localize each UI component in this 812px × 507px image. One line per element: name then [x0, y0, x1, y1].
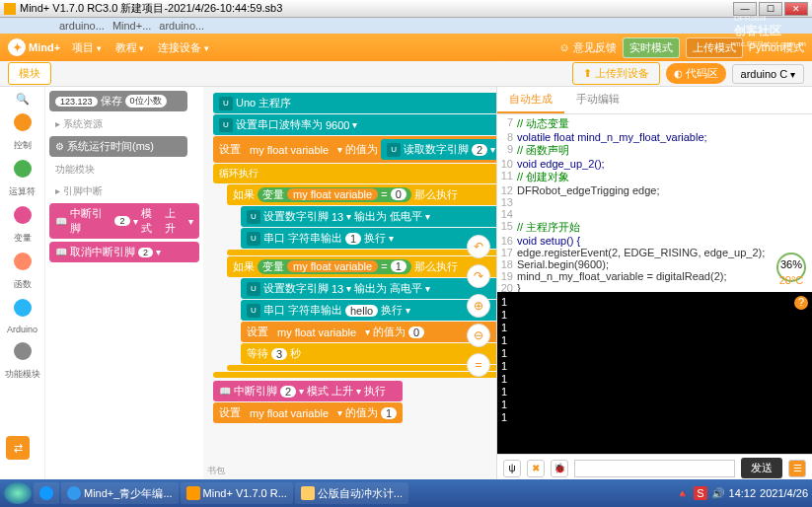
section-system[interactable]: ▸ 系统资源 — [49, 114, 199, 134]
tab-autogen[interactable]: 自动生成 — [497, 87, 564, 113]
extensions-button[interactable]: ⇄扩展 — [6, 436, 30, 460]
menu-connect[interactable]: 连接设备 — [158, 40, 209, 55]
block-template[interactable]: 123.123保存0位小数 — [49, 91, 187, 111]
code-view[interactable]: 36%20°C 7// 动态变量8volatile float mind_n_m… — [497, 114, 812, 292]
code-area-toggle[interactable]: ◐ 代码区 — [666, 63, 726, 84]
window-title: Mind+ V1.7.0 RC3.0 新建项目-2021/4/26-10:44:… — [20, 1, 282, 16]
serial-input[interactable] — [574, 460, 735, 477]
script-canvas[interactable]: UUno 主程序 U设置串口波特率为 9600▾ 设置 my float var… — [203, 87, 496, 481]
upload-device-button[interactable]: ⬆ 上传到设备 — [572, 62, 660, 85]
menu-icon[interactable]: ☰ — [788, 460, 806, 477]
cat-arduino[interactable] — [14, 299, 32, 317]
window-titlebar: Mind+ V1.7.0 RC3.0 新建项目-2021/4/26-10:44:… — [0, 0, 812, 18]
bg-tab[interactable]: arduino... — [59, 20, 105, 32]
section-interrupt[interactable]: ▸ 引脚中断 — [49, 181, 199, 201]
help-icon[interactable]: ? — [794, 296, 808, 310]
search-icon[interactable]: 🔍 — [16, 93, 30, 106]
cat-modules[interactable] — [14, 342, 32, 360]
block-set-var[interactable]: 设置 my float variable▾ 的值为 U读取数字引脚 2▾ — [213, 136, 496, 163]
code-panel: 自动生成 手动编辑 36%20°C 7// 动态变量8volatile floa… — [496, 87, 812, 481]
usb-icon[interactable]: ψ — [503, 460, 521, 477]
realtime-mode-button[interactable]: 实时模式 — [623, 37, 680, 58]
app-icon — [4, 3, 16, 15]
backpack-label[interactable]: 书包 — [207, 465, 225, 477]
redo-button[interactable]: ↷ — [467, 264, 490, 288]
bug-icon[interactable]: 🐞 — [551, 460, 568, 477]
section-modules: 功能模块 — [49, 160, 199, 180]
progress-ring: 36%20°C — [776, 253, 806, 282]
task-mindplus[interactable]: Mind+ V1.7.0 R... — [181, 482, 293, 504]
menu-tutorial[interactable]: 教程 — [115, 40, 145, 55]
bg-tab[interactable]: arduino... — [159, 20, 204, 32]
feedback-link[interactable]: ☺ 意见反馈 — [558, 40, 616, 55]
block-set-baud[interactable]: U设置串口波特率为 9600▾ — [213, 114, 496, 135]
block-runtime[interactable]: ⚙ 系统运行时间(ms) — [49, 136, 187, 157]
serial-toolbar: ψ ✖ 🐞 发送 ☰ — [497, 454, 812, 481]
undo-button[interactable]: ↶ — [467, 235, 490, 258]
menubar: ✦Mind+ 项目 教程 连接设备 ☺ 意见反馈 实时模式 上传模式 Pytho… — [0, 34, 812, 61]
tab-manual[interactable]: 手动编辑 — [564, 87, 631, 113]
start-button[interactable] — [4, 482, 32, 504]
zoom-out-button[interactable]: ⊖ — [467, 324, 490, 347]
block-wait[interactable]: 等待 3 秒 — [241, 343, 496, 364]
block-set-var-0[interactable]: 设置 my float variable▾ 的值为 0 — [241, 322, 496, 342]
block-dwrite-high[interactable]: U设置数字引脚 13▾ 输出为 高电平▾ — [241, 278, 496, 299]
toolbar: 模块 ⬆ 上传到设备 ◐ 代码区 arduino C ▾ — [0, 61, 812, 87]
task-folder[interactable]: 公版自动冲水计... — [295, 482, 408, 504]
send-button[interactable]: 发送 — [741, 458, 782, 478]
language-select[interactable]: arduino C ▾ — [732, 64, 804, 84]
block-dwrite-low[interactable]: U设置数字引脚 13▾ 输出为 低电平▾ — [241, 206, 496, 227]
cat-variables[interactable] — [14, 206, 32, 224]
disconnect-icon[interactable]: ✖ — [527, 460, 545, 477]
community-watermark: DFRobot 创客社区 mc.DFRobot.com.cn — [734, 14, 806, 48]
block-cancel-interrupt[interactable]: 📖 取消中断引脚 2▾ — [49, 242, 199, 262]
block-serial-1[interactable]: U串口 字符串输出 1 换行▾ — [241, 228, 496, 249]
category-palette: 🔍 控制 运算符 变量 函数 Arduino 功能模块 — [0, 87, 45, 481]
block-set-var-1[interactable]: 设置 my float variable▾ 的值为 1 — [213, 402, 403, 423]
zoom-in-button[interactable]: ⊕ — [467, 294, 490, 318]
browser-tabs-strip: arduino... Mind+... arduino... — [0, 18, 812, 34]
bg-tab[interactable]: Mind+... — [112, 20, 151, 32]
cat-functions[interactable] — [14, 253, 32, 270]
task-k[interactable] — [34, 482, 59, 504]
system-tray[interactable]: 🔺S🔊 14:12 2021/4/26 — [676, 486, 808, 500]
block-uno-main[interactable]: UUno 主程序 — [213, 93, 496, 113]
block-list: 123.123保存0位小数 ▸ 系统资源 ⚙ 系统运行时间(ms) 功能模块 ▸… — [45, 87, 203, 481]
windows-taskbar: Mind+_青少年编... Mind+ V1.7.0 R... 公版自动冲水计.… — [0, 479, 812, 507]
menu-project[interactable]: 项目 — [72, 40, 102, 55]
cat-control[interactable] — [14, 113, 32, 131]
block-if-0[interactable]: 如果 变量 my float variable = 0 那么执行 — [227, 184, 496, 205]
zoom-fit-button[interactable]: = — [467, 353, 490, 377]
block-interrupt-pin[interactable]: 📖 中断引脚 2▾ 模式 上升▾ — [49, 203, 199, 239]
module-button[interactable]: 模块 — [8, 62, 51, 85]
block-if-1[interactable]: 如果 变量 my float variable = 1 那么执行 — [227, 256, 496, 277]
cat-operators[interactable] — [14, 160, 32, 178]
block-interrupt-handler[interactable]: 📖 中断引脚 2▾ 模式 上升▾ 执行 — [213, 381, 403, 401]
task-browser[interactable]: Mind+_青少年编... — [61, 482, 179, 504]
app-logo: ✦Mind+ — [8, 38, 60, 56]
block-serial-hello[interactable]: U串口 字符串输出 hello 换行▾ — [241, 300, 496, 321]
block-loop[interactable]: 循环执行 — [213, 164, 496, 183]
serial-monitor[interactable]: ? 1111111111 — [497, 292, 812, 454]
